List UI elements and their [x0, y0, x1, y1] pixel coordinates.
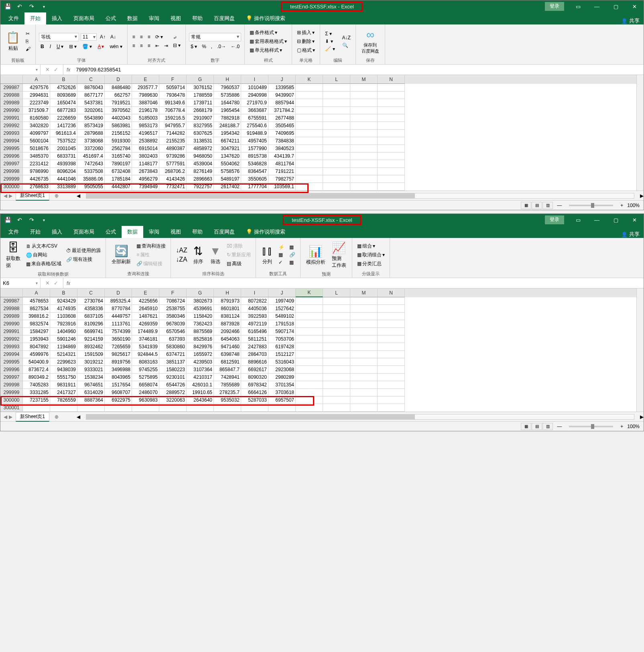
cell[interactable] — [350, 122, 378, 130]
cell[interactable] — [323, 91, 350, 99]
cell[interactable]: 4402043 — [105, 114, 132, 122]
fill-color-button[interactable]: 🪣 ▾ — [81, 43, 93, 50]
column-header[interactable]: F — [159, 75, 187, 84]
sheet-nav-next-icon[interactable]: ▶ — [9, 414, 12, 420]
hscroll-left-icon[interactable]: ◀ — [77, 414, 80, 420]
cell[interactable]: 8109296 — [77, 320, 105, 328]
cell[interactable] — [378, 351, 405, 358]
cell[interactable] — [296, 404, 323, 412]
zoom-out-button[interactable]: — — [557, 424, 562, 429]
redo-icon[interactable]: ↷ — [27, 215, 37, 225]
maximize-icon[interactable]: ▢ — [607, 0, 625, 12]
cell[interactable]: 1517654 — [105, 381, 132, 389]
column-header[interactable]: L — [323, 288, 350, 297]
cell[interactable]: 6674211 — [214, 137, 241, 145]
cell[interactable] — [323, 358, 350, 366]
cell[interactable] — [296, 145, 323, 152]
column-header[interactable]: L — [323, 75, 350, 84]
tab-layout[interactable]: 页面布局 — [68, 226, 100, 238]
view-break-icon[interactable]: ▥ — [542, 423, 553, 430]
hscroll-right-icon[interactable]: ▶ — [640, 193, 644, 199]
row-header[interactable]: 299995 — [0, 145, 23, 152]
cell[interactable] — [296, 107, 323, 114]
cell[interactable] — [50, 404, 77, 412]
vertical-scrollbar[interactable] — [636, 75, 644, 191]
recent-sources-button[interactable]: ⏱ 最近使用的源 — [65, 246, 102, 255]
column-header[interactable]: G — [187, 75, 214, 84]
cell[interactable]: 1953943 — [23, 335, 50, 343]
cell[interactable] — [350, 130, 378, 137]
cell[interactable]: 4972119 — [241, 320, 268, 328]
cell[interactable]: 5777591 — [159, 160, 187, 168]
horizontal-scrollbar[interactable] — [86, 414, 634, 420]
cell[interactable] — [378, 389, 405, 396]
cell[interactable]: 2299623 — [50, 358, 77, 366]
reapply-button[interactable]: ↻ 重新应用 — [225, 251, 252, 259]
refresh-all-button[interactable]: 🔄全部刷新 — [109, 243, 133, 267]
cell[interactable]: 2864703 — [241, 351, 268, 358]
cell[interactable]: 3202061 — [77, 107, 105, 114]
cell-styles-button[interactable]: ▦ 单元格样式 ▾ — [248, 46, 288, 55]
cancel-formula-icon[interactable]: ✕ — [45, 67, 50, 73]
cell[interactable] — [77, 404, 105, 412]
cell[interactable]: 7855689 — [214, 381, 241, 389]
cell[interactable] — [187, 404, 214, 412]
cell[interactable]: 3922593 — [241, 313, 268, 320]
cell[interactable]: 4599976 — [23, 351, 50, 358]
row-header[interactable]: 299991 — [0, 114, 23, 122]
cell[interactable] — [296, 313, 323, 320]
cell[interactable] — [323, 137, 350, 145]
cell[interactable]: 7265659 — [105, 343, 132, 351]
cell[interactable]: 8876043 — [77, 84, 105, 91]
sort-filter-icon[interactable]: A↓Z — [341, 34, 352, 41]
cell[interactable]: 4539691 — [187, 305, 214, 313]
cell[interactable]: 5437381 — [77, 99, 105, 107]
cell[interactable]: 4890387 — [159, 145, 187, 152]
cell[interactable] — [296, 122, 323, 130]
cell[interactable]: 1739711 — [187, 99, 214, 107]
cell[interactable]: 4956279 — [132, 175, 159, 183]
zoom-out-button[interactable]: — — [557, 203, 562, 208]
row-header[interactable]: 299999 — [0, 175, 23, 183]
font-select[interactable]: 等线 — [39, 33, 79, 41]
cell[interactable] — [378, 152, 405, 160]
percent-icon[interactable]: % — [200, 43, 208, 50]
cell[interactable]: 9678039 — [159, 320, 187, 328]
row-header[interactable]: 300001 — [0, 404, 23, 412]
cell[interactable]: 3220063 — [159, 396, 187, 404]
tab-formulas[interactable]: 公式 — [100, 12, 122, 24]
cell[interactable]: 9243429 — [50, 297, 77, 305]
cell[interactable]: 426010.1 — [187, 381, 214, 389]
cell[interactable]: 706778.4 — [159, 107, 187, 114]
view-normal-icon[interactable]: ▦ — [521, 423, 531, 430]
cell[interactable]: 9745255 — [132, 366, 159, 374]
from-web-button[interactable]: 🌐 自网站 — [24, 251, 63, 259]
column-header[interactable]: H — [214, 75, 241, 84]
cell[interactable]: 4225656 — [132, 297, 159, 305]
cell[interactable]: 8573419 — [77, 122, 105, 130]
cell[interactable] — [350, 320, 378, 328]
cell[interactable] — [378, 137, 405, 145]
cell[interactable]: 7922757 — [187, 183, 214, 191]
column-header[interactable]: J — [268, 75, 296, 84]
cell[interactable]: 9630983 — [132, 396, 159, 404]
cell[interactable]: 4210317 — [187, 374, 214, 381]
cell[interactable] — [378, 313, 405, 320]
cell[interactable]: 3738068 — [77, 137, 105, 145]
cell[interactable]: 7237155 — [23, 396, 50, 404]
sort-za-button[interactable]: ↓ZA — [174, 255, 189, 264]
cell[interactable]: 961613.4 — [50, 130, 77, 137]
column-header[interactable]: D — [105, 288, 132, 297]
cell[interactable]: 174489.9 — [132, 328, 159, 335]
column-header[interactable]: E — [132, 288, 159, 297]
row-header[interactable]: 299988 — [0, 305, 23, 313]
cell[interactable]: 1010489 — [241, 84, 268, 91]
cell[interactable] — [296, 130, 323, 137]
cell[interactable]: 2417327 — [50, 389, 77, 396]
row-header[interactable]: 299994 — [0, 351, 23, 358]
cell[interactable] — [350, 389, 378, 396]
fx-icon[interactable]: fx — [63, 67, 73, 73]
cell[interactable]: 8601801 — [214, 305, 241, 313]
view-normal-icon[interactable]: ▦ — [521, 202, 531, 209]
cell[interactable] — [378, 168, 405, 175]
